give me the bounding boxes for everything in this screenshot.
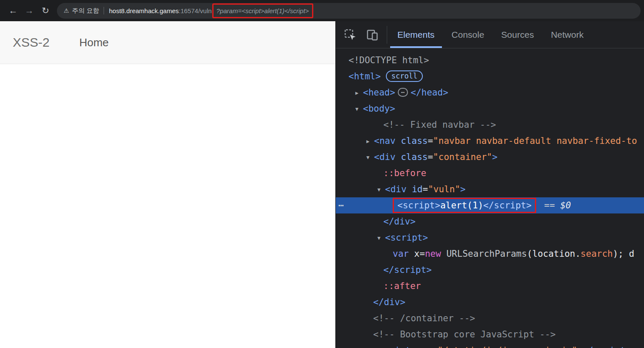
site-brand-link[interactable]: XSS-2 — [13, 35, 50, 50]
node-nav[interactable]: ▶<nav class="navbar navbar-default navba… — [336, 133, 644, 149]
token: > — [492, 152, 498, 162]
back-button[interactable]: ← — [5, 6, 21, 16]
token: ::before — [383, 168, 426, 178]
inspect-cursor-icon — [344, 28, 357, 41]
token: == — [539, 200, 560, 210]
node-script-open[interactable]: ▼<script> — [336, 230, 644, 246]
token: x= — [409, 249, 425, 259]
node-div-vuln-close[interactable]: </div> — [336, 213, 644, 230]
tab-console[interactable]: Console — [444, 21, 492, 48]
node-html[interactable]: <html>scroll — [336, 68, 644, 84]
token: = — [423, 184, 428, 194]
device-toolbar-button[interactable] — [365, 27, 380, 42]
url-path: :16574/vuln — [179, 7, 212, 14]
token: <div — [385, 184, 407, 194]
address-bar[interactable]: ⚠ 주의 요함 host8.dreamhack.games :16574/vul… — [57, 3, 641, 19]
url-host: host8.dreamhack.games — [109, 7, 179, 14]
node-pseudo-after[interactable]: ::after — [336, 278, 644, 294]
token: class — [396, 152, 428, 162]
token: > — [460, 184, 466, 194]
node-script-jquery[interactable]: <script src="/static/js/jquery.min.js"><… — [336, 342, 644, 348]
token: id — [407, 184, 423, 194]
token: <!DOCTYPE html> — [349, 55, 429, 65]
expand-arrow-icon[interactable]: ▶ — [355, 85, 363, 101]
browser-toolbar: ← → ↻ ⚠ 주의 요함 host8.dreamhack.games :165… — [0, 0, 644, 21]
forward-button[interactable]: → — [21, 6, 37, 16]
url-query: ?param=<script>alert(1)</script> — [217, 7, 309, 14]
node-script-text[interactable]: var x=new URLSearchParams(location.searc… — [336, 246, 644, 262]
token: . — [575, 249, 581, 259]
token: <script> — [397, 200, 440, 210]
token: $0 — [560, 200, 571, 210]
page-viewport: XSS-2 Home — [0, 21, 335, 348]
token: <script> — [385, 233, 428, 243]
token: "/static/js/jquery.min.js" — [438, 345, 577, 348]
expand-arrow-icon[interactable]: ▶ — [366, 133, 374, 149]
token: ( — [527, 249, 532, 259]
node-script-payload[interactable]: ⋯<script>alert(1)</script> == $0 — [336, 197, 644, 213]
token: </div> — [383, 216, 416, 227]
devtools-toolbar: Elements Console Sources Network — [336, 21, 644, 48]
annotation-box-devtools: <script>alert(1)</script> — [393, 198, 536, 213]
token: location — [532, 249, 575, 259]
node-comment-container[interactable]: <!-- /container --> — [336, 310, 644, 326]
token: "navbar navbar-default navbar-fixed-to — [433, 136, 637, 146]
inspect-element-button[interactable] — [343, 27, 358, 42]
token: = — [427, 152, 433, 162]
collapse-arrow-icon[interactable]: ▼ — [366, 149, 374, 165]
token: </script — [582, 345, 625, 348]
token: = — [432, 345, 438, 348]
tab-sources[interactable]: Sources — [494, 21, 541, 48]
devtools-panel: Elements Console Sources Network <!DOCTY… — [335, 21, 644, 348]
token — [441, 249, 447, 259]
token: src — [411, 345, 433, 348]
token: <nav — [374, 136, 396, 146]
nav-item-home[interactable]: Home — [79, 36, 109, 49]
collapsed-content-icon[interactable]: ⋯ — [398, 88, 408, 97]
node-pseudo-before[interactable]: ::before — [336, 165, 644, 181]
token: <script — [373, 345, 411, 348]
token: <!-- Bootstrap core JavaScript --> — [373, 329, 556, 340]
node-div-container-close[interactable]: </div> — [336, 294, 644, 310]
scroll-badge[interactable]: scroll — [386, 70, 423, 82]
token: class — [396, 136, 428, 146]
token: </script> — [483, 200, 532, 210]
dom-tree: <!DOCTYPE html><html>scroll▶<head>⋯</hea… — [336, 49, 644, 348]
node-div-vuln[interactable]: ▼<div id="vuln"> — [336, 181, 644, 197]
tab-network[interactable]: Network — [544, 21, 591, 48]
node-comment-fixed-navbar[interactable]: <!-- Fixed navbar --> — [336, 117, 644, 133]
tab-elements[interactable]: Elements — [390, 21, 442, 48]
collapse-arrow-icon[interactable]: ▼ — [355, 101, 363, 117]
token: search — [581, 249, 613, 259]
token: <div — [374, 152, 396, 162]
token: </head> — [411, 87, 448, 98]
token: ); d — [613, 249, 634, 259]
token: alert(1) — [440, 200, 483, 210]
omnibox-divider — [104, 7, 104, 14]
device-toolbar-icon — [366, 28, 379, 41]
token: <head> — [363, 87, 395, 98]
token: <!-- /container --> — [373, 313, 475, 323]
token: ::after — [383, 281, 421, 291]
node-div-container[interactable]: ▼<div class="container"> — [336, 149, 644, 165]
node-body[interactable]: ▼<body> — [336, 101, 644, 117]
token: var — [393, 249, 409, 259]
token: new — [425, 249, 441, 259]
node-script-close[interactable]: </script> — [336, 262, 644, 278]
node-comment-bootstrap[interactable]: <!-- Bootstrap core JavaScript --> — [336, 326, 644, 342]
token: <html> — [349, 71, 381, 81]
node-doctype[interactable]: <!DOCTYPE html> — [336, 52, 644, 68]
warning-icon: ⚠ — [64, 7, 69, 14]
token: <body> — [363, 104, 395, 114]
warning-label: 주의 요함 — [72, 7, 99, 15]
collapse-arrow-icon[interactable]: ▼ — [377, 230, 385, 246]
refresh-button[interactable]: ↻ — [37, 6, 53, 16]
site-security-badge[interactable]: ⚠ 주의 요함 — [64, 7, 99, 15]
token: </script> — [383, 265, 432, 275]
collapse-arrow-icon[interactable]: ▼ — [377, 182, 385, 197]
token: URLSearchParams — [446, 249, 527, 259]
token: > — [577, 345, 582, 348]
annotation-box-url: ?param=<script>alert(1)</script> — [212, 3, 313, 18]
node-head[interactable]: ▶<head>⋯</head> — [336, 84, 644, 101]
more-actions-icon[interactable]: ⋯ — [338, 197, 344, 213]
